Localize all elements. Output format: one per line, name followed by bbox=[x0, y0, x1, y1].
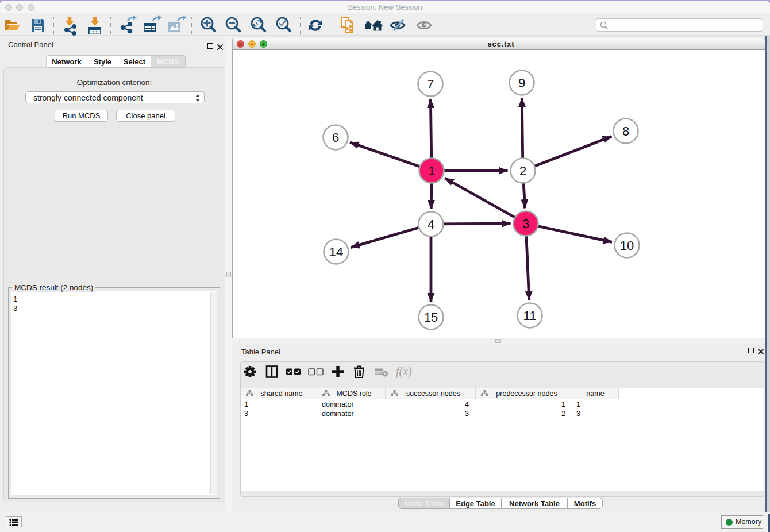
svg-text:14: 14 bbox=[329, 245, 343, 259]
svg-text:3: 3 bbox=[522, 217, 529, 231]
svg-text:6: 6 bbox=[332, 130, 339, 145]
svg-text:11: 11 bbox=[523, 309, 537, 323]
svg-text:9: 9 bbox=[518, 76, 525, 90]
svg-text:15: 15 bbox=[424, 310, 438, 325]
svg-text:10: 10 bbox=[620, 238, 634, 253]
svg-text:1: 1 bbox=[428, 164, 435, 178]
svg-text:8: 8 bbox=[622, 124, 629, 138]
svg-text:4: 4 bbox=[428, 217, 434, 232]
svg-text:2: 2 bbox=[519, 164, 526, 178]
svg-text:f(x): f(x) bbox=[396, 365, 412, 378]
svg-text:7: 7 bbox=[427, 77, 434, 91]
